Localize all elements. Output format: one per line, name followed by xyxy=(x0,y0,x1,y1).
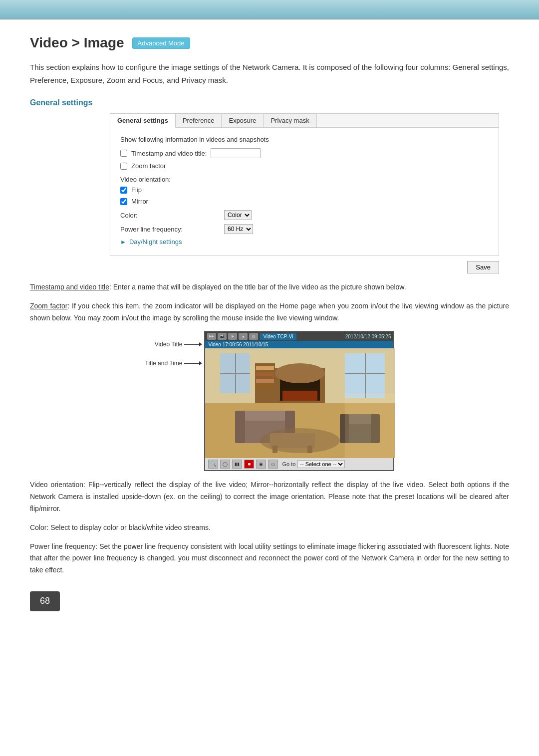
video-controls-bar: 🔍 ◯ ▮▮ ■ ◉ ▭ Go to -- Select one -- xyxy=(205,458,393,470)
svg-rect-13 xyxy=(256,366,274,370)
power-desc-text: : Set the power line frequency consisten… xyxy=(30,542,509,574)
expand-icon: ► xyxy=(120,239,126,246)
video-timestamp-text: 2012/10/12 09:05:25 xyxy=(345,334,391,339)
zoom-factor-row: Zoom factor xyxy=(120,162,489,170)
flip-label: Flip xyxy=(131,186,142,194)
settings-panel: General settings Preference Exposure Pri… xyxy=(110,113,499,256)
ctrl-btn-1[interactable]: 🔍 xyxy=(208,460,218,469)
svg-rect-10 xyxy=(282,391,317,401)
timestamp-row: Timestamp and video title: xyxy=(120,148,489,158)
color-description: Color: Select to display color or black/… xyxy=(30,522,509,534)
video-title-label-row: Video Title xyxy=(145,341,200,348)
tab-exposure[interactable]: Exposure xyxy=(222,114,264,127)
save-button[interactable]: Save xyxy=(467,261,499,273)
color-label: Color: xyxy=(120,212,220,219)
timestamp-description: Timestamp and video title: Enter a name … xyxy=(30,281,509,293)
page-title-row: Video > Image Advanced Mode xyxy=(30,35,509,51)
intro-paragraph: This section explains how to configure t… xyxy=(30,61,509,86)
svg-rect-15 xyxy=(256,379,274,383)
advanced-mode-button[interactable]: Advanced Mode xyxy=(132,37,190,49)
room-svg xyxy=(205,348,395,458)
ctrl-btn-5[interactable]: ◉ xyxy=(256,460,266,469)
goto-select[interactable]: -- Select one -- xyxy=(297,460,345,468)
color-desc-text: : Select to display color or black/white… xyxy=(46,523,210,531)
tab-preference[interactable]: Preference xyxy=(176,114,222,127)
vt-icon-5: ▤ xyxy=(249,333,258,340)
title-and-time-text: Title and Time xyxy=(145,360,183,367)
ctrl-btn-6[interactable]: ▭ xyxy=(268,460,278,469)
video-preview-container: Video Title Title and Time ▶▶ 📷 ▶ ■ xyxy=(30,331,509,471)
tab-general-settings[interactable]: General settings xyxy=(110,114,176,128)
timestamp-desc-bold: Timestamp and video title xyxy=(30,283,109,291)
video-title-arrow xyxy=(184,344,199,345)
color-row: Color: Color xyxy=(120,210,489,220)
svg-point-28 xyxy=(260,428,340,453)
orientation-description: Video orientation: Flip--vertically refl… xyxy=(30,479,509,514)
vt-icon-4: ■ xyxy=(239,333,248,340)
timestamp-desc-text: : Enter a name that will be displayed on… xyxy=(109,283,406,291)
timestamp-text-input[interactable] xyxy=(211,148,261,158)
svg-rect-6 xyxy=(365,353,366,398)
svg-rect-16 xyxy=(256,385,274,389)
title-and-time-label-row: Title and Time xyxy=(145,360,200,367)
video-preview-wrapper: Video Title Title and Time ▶▶ 📷 ▶ ■ xyxy=(145,331,394,471)
mirror-row: Mirror xyxy=(120,198,489,205)
page-number-box: 68 xyxy=(30,591,60,611)
title-and-time-arrow xyxy=(184,363,199,364)
general-settings-title: General settings xyxy=(30,98,509,107)
video-title-label-text: Video Title xyxy=(155,341,183,348)
orientation-desc-text: : Flip--vertically reflect the display o… xyxy=(30,481,509,512)
tab-content-general: Show following information in videos and… xyxy=(110,128,499,255)
power-desc-bold: Power line frequency xyxy=(30,542,95,550)
top-navigation-bar xyxy=(0,0,539,20)
zoom-factor-checkbox[interactable] xyxy=(120,163,127,170)
vt-icon-3: ▶ xyxy=(228,333,237,340)
video-image xyxy=(205,348,395,458)
orientation-desc-bold: Video orientation xyxy=(30,481,83,489)
day-night-row[interactable]: ► Day/Night settings xyxy=(120,238,489,246)
timestamp-label: Timestamp and video title: xyxy=(131,150,207,157)
svg-point-11 xyxy=(275,363,325,383)
video-orientation-label: Video orientation: xyxy=(120,176,489,183)
mirror-label: Mirror xyxy=(131,198,148,205)
video-top-bar: ▶▶ 📷 ▶ ■ ▤ Video TCP-Vi 2012/10/12 09:05… xyxy=(205,332,393,341)
power-description: Power line frequency: Set the power line… xyxy=(30,541,509,576)
svg-rect-14 xyxy=(256,372,274,376)
zoom-desc-text: : If you check this item, the zoom indic… xyxy=(30,302,509,322)
svg-rect-29 xyxy=(345,393,395,458)
ctrl-btn-2[interactable]: ◯ xyxy=(220,460,230,469)
vt-icon-1: ▶▶ xyxy=(207,333,216,340)
day-night-label: Day/Night settings xyxy=(129,238,182,246)
svg-rect-4 xyxy=(220,373,250,374)
video-title-text: Video TCP-Vi xyxy=(260,333,296,340)
power-freq-select[interactable]: 60 Hz xyxy=(224,224,253,234)
video-labels: Video Title Title and Time xyxy=(145,331,200,367)
video-subtitle-bar: Video 17:08:56 2011/10/15 xyxy=(205,341,393,348)
video-frame: ▶▶ 📷 ▶ ■ ▤ Video TCP-Vi 2012/10/12 09:05… xyxy=(204,331,394,471)
timestamp-checkbox[interactable] xyxy=(120,150,127,157)
color-desc-bold: Color xyxy=(30,523,46,531)
save-row: Save xyxy=(110,261,499,273)
zoom-factor-label: Zoom factor xyxy=(131,162,166,170)
ctrl-btn-3[interactable]: ▮▮ xyxy=(232,460,242,469)
mirror-checkbox[interactable] xyxy=(120,198,127,205)
tabs-row: General settings Preference Exposure Pri… xyxy=(110,114,499,128)
goto-label: Go to xyxy=(282,461,295,467)
svg-rect-19 xyxy=(235,411,245,443)
power-freq-label: Power line frequency: xyxy=(120,226,220,233)
video-room-scene xyxy=(205,348,395,458)
power-freq-row: Power line frequency: 60 Hz xyxy=(120,224,489,234)
flip-checkbox[interactable] xyxy=(120,187,127,194)
tab-privacy-mask[interactable]: Privacy mask xyxy=(264,114,316,127)
vt-icon-2: 📷 xyxy=(218,333,227,340)
page-number: 68 xyxy=(40,596,50,606)
page-title: Video > Image xyxy=(30,35,124,51)
color-select[interactable]: Color xyxy=(224,210,252,220)
svg-rect-7 xyxy=(345,373,385,374)
zoom-desc-bold: Zoom factor xyxy=(30,302,68,310)
flip-row: Flip xyxy=(120,186,489,194)
video-top-icons: ▶▶ 📷 ▶ ■ ▤ xyxy=(207,333,258,340)
main-content: Video > Image Advanced Mode This section… xyxy=(0,20,539,641)
ctrl-btn-4[interactable]: ■ xyxy=(244,460,254,469)
show-info-label: Show following information in videos and… xyxy=(120,136,489,143)
